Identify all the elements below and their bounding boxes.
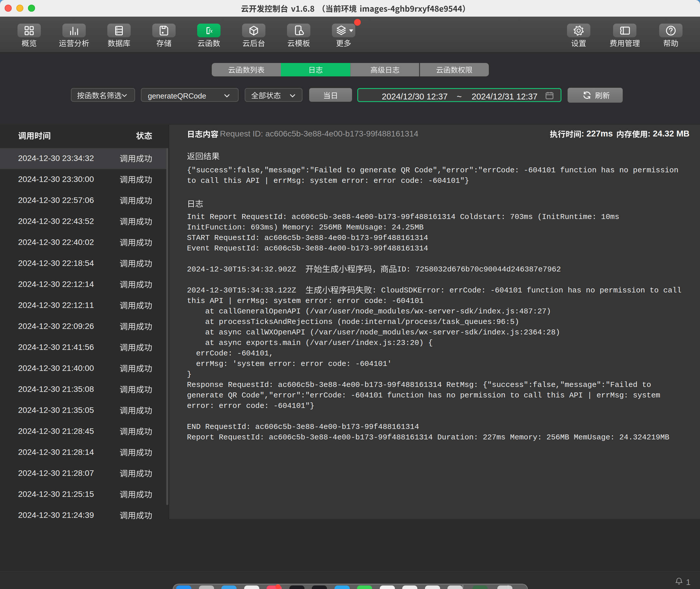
svg-text:fx: fx <box>208 28 213 34</box>
